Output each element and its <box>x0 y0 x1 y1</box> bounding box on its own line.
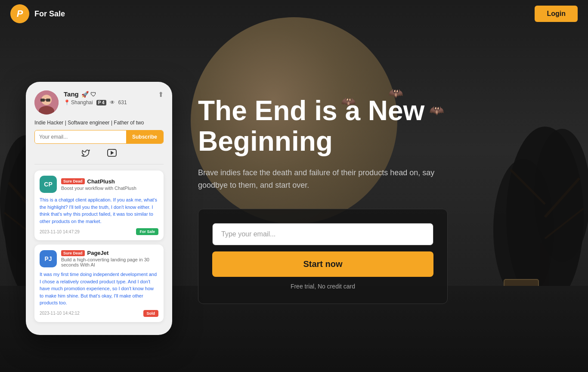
views-count: 631 <box>118 99 127 105</box>
product-header: CP Sure Dead ChatPlush Boost your workfl… <box>40 176 158 193</box>
product-header: PJ Sure Dead PageJet Build a high-conver… <box>40 250 158 267</box>
hero-subtitle: Brave indies face the death and failure … <box>198 167 456 192</box>
product-list: CP Sure Dead ChatPlush Boost your workfl… <box>34 170 164 322</box>
views-icon: 👁 <box>110 99 115 105</box>
nav-title: For Sale <box>34 9 65 19</box>
product-name-row: Sure Dead PageJet <box>61 250 158 256</box>
location-text: Shanghai <box>71 99 93 105</box>
svg-rect-32 <box>45 99 46 100</box>
profile-location: 📍 Shanghai <box>64 99 93 105</box>
product-meta: Sure Dead PageJet Build a high-convertin… <box>61 250 158 267</box>
avatar <box>34 90 59 115</box>
sure-dead-badge: Sure Dead <box>61 178 85 184</box>
start-now-button[interactable]: Start now <box>212 251 433 277</box>
phone-mockup: Tang 🚀 🛡 📍 Shanghai P 4 👁 631 ⬆ Indie Ha… <box>26 82 172 335</box>
login-button[interactable]: Login <box>535 6 578 22</box>
product-tagline: Boost your workflow with ChatPlush <box>61 186 158 191</box>
hero-title: The End is a New Beginning <box>198 96 562 156</box>
phone-email-input[interactable] <box>35 130 126 143</box>
product-badge: For Sale <box>136 228 158 235</box>
nav-left: P For Sale <box>10 4 65 23</box>
product-name-row: Sure Dead ChatPlush <box>61 178 158 185</box>
product-timestamp: 2023-11-10 14:42:12 <box>40 311 80 316</box>
social-icons <box>34 149 164 164</box>
product-name: PageJet <box>87 250 109 256</box>
profile-section: Tang 🚀 🛡 📍 Shanghai P 4 👁 631 ⬆ <box>34 90 164 115</box>
hero-title-line1: The End is a New <box>198 95 424 126</box>
product-logo: CP <box>40 176 57 193</box>
location-pin-icon: 📍 <box>64 99 70 105</box>
product-logo: PJ <box>40 250 57 267</box>
logo: P <box>10 4 29 23</box>
navbar: P For Sale Login <box>0 0 588 28</box>
subscribe-button[interactable]: Subscribe <box>126 130 163 143</box>
profile-name: Tang <box>64 90 79 98</box>
youtube-icon[interactable] <box>107 149 117 159</box>
svg-rect-30 <box>40 99 45 102</box>
product-timestamp: 2023-11-10 14:47:29 <box>40 229 80 234</box>
main-content: Tang 🚀 🛡 📍 Shanghai P 4 👁 631 ⬆ Indie Ha… <box>0 28 588 372</box>
svg-rect-31 <box>46 99 50 102</box>
free-trial-text: Free trial, No credit card <box>212 283 433 290</box>
posts-badge: P 4 <box>96 100 106 105</box>
main-email-input[interactable] <box>212 223 433 245</box>
product-footer: 2023-11-10 14:47:29 For Sale <box>40 228 158 235</box>
cta-box: Start now Free trial, No credit card <box>198 209 448 304</box>
sure-dead-badge: Sure Dead <box>61 250 85 256</box>
right-content: The End is a New Beginning Brave indies … <box>198 96 562 304</box>
twitter-icon[interactable] <box>81 149 90 159</box>
logo-letter: P <box>17 8 23 19</box>
product-name: ChatPlush <box>87 178 115 185</box>
product-tagline: Build a high-converting landing page in … <box>61 257 158 267</box>
profile-location-row: 📍 Shanghai P 4 👁 631 <box>64 99 153 105</box>
profile-info: Tang 🚀 🛡 📍 Shanghai P 4 👁 631 <box>64 90 153 105</box>
svg-marker-33 <box>111 152 113 155</box>
product-description: It was my first time doing independent d… <box>40 271 158 307</box>
product-card: CP Sure Dead ChatPlush Boost your workfl… <box>34 170 164 240</box>
product-badge: Sold <box>143 310 159 317</box>
product-footer: 2023-11-10 14:42:12 Sold <box>40 310 158 317</box>
profile-bio: Indie Hacker | Software engineer | Fathe… <box>34 120 164 126</box>
profile-name-row: Tang 🚀 🛡 <box>64 90 153 98</box>
subscribe-form: Subscribe <box>34 130 164 144</box>
hero-title-line2: Beginning <box>198 126 333 157</box>
product-description: This is a chatgpt client application. If… <box>40 196 158 225</box>
share-icon[interactable]: ⬆ <box>158 90 164 99</box>
product-meta: Sure Dead ChatPlush Boost your workflow … <box>61 178 158 191</box>
product-card: PJ Sure Dead PageJet Build a high-conver… <box>34 245 164 322</box>
profile-emoji: 🚀 🛡 <box>81 91 96 98</box>
